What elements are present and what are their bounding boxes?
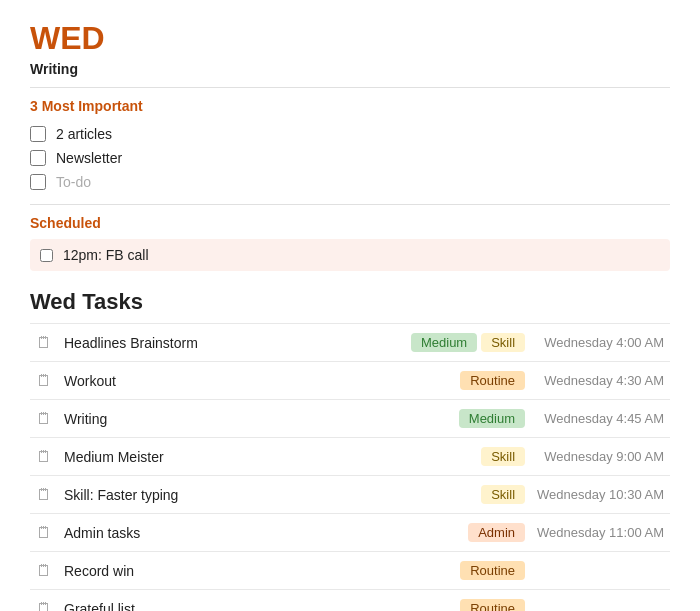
document-icon: 🗒 [30,438,58,476]
tags-cell: Admin [401,514,531,552]
tag-skill: Skill [481,333,525,352]
tags-cell: Medium [401,400,531,438]
task-name: Grateful list [64,601,135,612]
divider-2 [30,204,670,205]
time-cell [531,590,670,612]
checkbox-2[interactable] [30,174,46,190]
scheduled-row: 12pm: FB call [30,239,670,271]
checkbox-1[interactable] [30,150,46,166]
document-icon: 🗒 [30,514,58,552]
tags-cell: Routine [401,362,531,400]
tag-routine: Routine [460,561,525,580]
table-row: 🗒Skill: Faster typingSkillWednesday 10:3… [30,476,670,514]
tags-cell: Skill [401,476,531,514]
time-cell: Wednesday 10:30 AM [531,476,670,514]
tag-admin: Admin [468,523,525,542]
tags-cell: Routine [401,590,531,612]
scheduled-checkbox[interactable] [40,249,53,262]
time-cell: Wednesday 4:00 AM [531,324,670,362]
task-name: Record win [64,563,134,579]
tag-routine: Routine [460,599,525,611]
document-icon: 🗒 [30,476,58,514]
tasks-table: 🗒Headlines BrainstormMediumSkillWednesda… [30,323,670,611]
most-important-item: To-do [30,170,670,194]
divider-1 [30,87,670,88]
scheduled-task-text: 12pm: FB call [63,247,149,263]
page-title: WED [30,20,670,57]
checkbox-0[interactable] [30,126,46,142]
task-name: Admin tasks [64,525,140,541]
tags-cell: Routine [401,552,531,590]
document-icon: 🗒 [30,362,58,400]
time-cell: Wednesday 9:00 AM [531,438,670,476]
time-cell: Wednesday 4:30 AM [531,362,670,400]
time-cell [531,552,670,590]
most-important-text: 2 articles [56,126,112,142]
tags-cell: Skill [401,438,531,476]
document-icon: 🗒 [30,400,58,438]
tag-skill: Skill [481,447,525,466]
tag-medium: Medium [459,409,525,428]
task-name: Headlines Brainstorm [64,335,198,351]
document-icon: 🗒 [30,590,58,612]
task-name: Writing [64,411,107,427]
tags-cell: MediumSkill [401,324,531,362]
most-important-heading: 3 Most Important [30,98,670,114]
table-row: 🗒Record winRoutine [30,552,670,590]
most-important-item: Newsletter [30,146,670,170]
table-row: 🗒WritingMediumWednesday 4:45 AM [30,400,670,438]
scheduled-heading: Scheduled [30,215,670,231]
task-name: Skill: Faster typing [64,487,178,503]
table-row: 🗒Headlines BrainstormMediumSkillWednesda… [30,324,670,362]
tag-routine: Routine [460,371,525,390]
table-row: 🗒Admin tasksAdminWednesday 11:00 AM [30,514,670,552]
wed-tasks-title: Wed Tasks [30,289,670,315]
tag-skill: Skill [481,485,525,504]
task-name: Workout [64,373,116,389]
time-cell: Wednesday 4:45 AM [531,400,670,438]
most-important-text: To-do [56,174,91,190]
most-important-item: 2 articles [30,122,670,146]
tag-medium: Medium [411,333,477,352]
section-label: Writing [30,61,670,77]
most-important-list: 2 articlesNewsletterTo-do [30,122,670,194]
document-icon: 🗒 [30,324,58,362]
document-icon: 🗒 [30,552,58,590]
time-cell: Wednesday 11:00 AM [531,514,670,552]
most-important-text: Newsletter [56,150,122,166]
table-row: 🗒Grateful listRoutine [30,590,670,612]
task-name: Medium Meister [64,449,164,465]
table-row: 🗒Medium MeisterSkillWednesday 9:00 AM [30,438,670,476]
table-row: 🗒WorkoutRoutineWednesday 4:30 AM [30,362,670,400]
